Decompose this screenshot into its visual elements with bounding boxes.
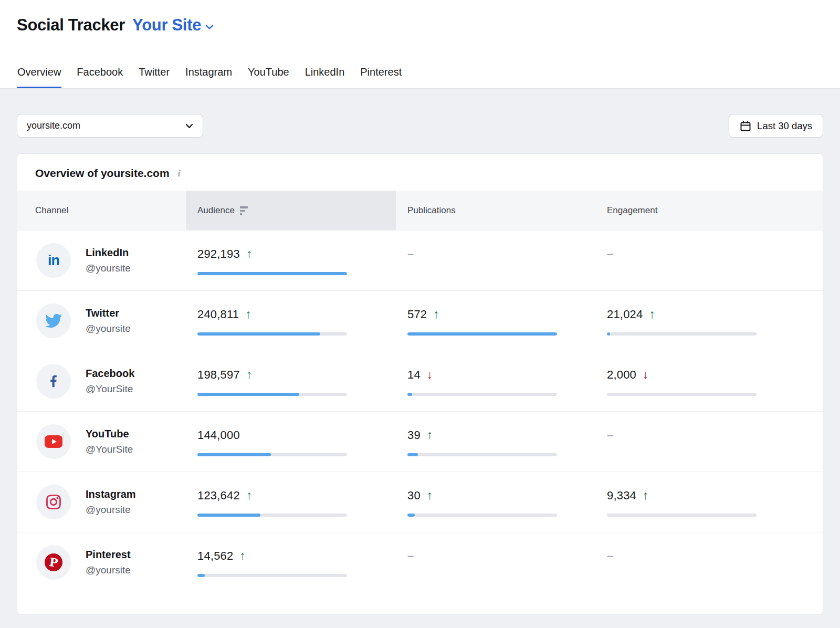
no-data-dash: – [607,428,613,442]
avatar [36,303,71,338]
twitter-icon [45,313,62,328]
channel-handle: @yoursite [86,263,131,274]
card-header: Overview of yoursite.com i [17,154,823,191]
publications-cell: 30 ↑ [396,472,595,532]
avatar: P [36,545,71,580]
column-header-audience[interactable]: Audience [186,191,396,230]
engagement-bar [607,332,757,336]
column-header-channel: Channel [17,191,186,230]
trend-down-icon: ↓ [427,369,433,381]
channel-name: YouTube [86,428,133,440]
channel-handle: @yoursite [86,564,131,576]
audience-value: 123,642 [197,489,240,503]
no-data-dash: – [607,549,613,563]
trend-up-icon: ↑ [427,489,433,501]
publications-cell: 572 ↑ [396,291,595,351]
table-header-row: Channel Audience Publications Engagement [17,191,823,230]
tab-facebook[interactable]: Facebook [76,62,123,88]
audience-bar [197,574,347,577]
publications-value: 14 [407,368,421,382]
overview-card: Overview of yoursite.com i Channel Audie… [17,153,823,615]
trend-down-icon: ↓ [643,369,649,381]
trend-up-icon: ↑ [246,489,253,501]
page-header: Social Tracker Your Site Overview Facebo… [0,0,840,89]
channel-cell[interactable]: Facebook @YourSite [17,351,186,411]
channel-cell[interactable]: Instagram @yoursite [17,472,186,532]
channel-name: Twitter [86,307,131,319]
chevron-down-icon [185,123,193,129]
column-header-engagement[interactable]: Engagement [595,191,823,230]
avatar [36,485,71,519]
audience-bar [197,393,347,396]
table-row-youtube: YouTube @YourSite 144,000 39 ↑ – [17,411,823,472]
domain-select[interactable]: yoursite.com [17,114,203,138]
no-data-dash: – [407,247,414,261]
tab-linkedin[interactable]: LinkedIn [304,62,345,88]
publications-cell: – [396,231,595,290]
tab-twitter[interactable]: Twitter [138,62,170,88]
card-bottom-padding [17,592,823,614]
date-range-button[interactable]: Last 30 days [729,114,823,138]
audience-cell: 14,562 ↑ [186,532,396,592]
tab-youtube[interactable]: YouTube [247,62,290,88]
trend-up-icon: ↑ [427,429,433,441]
publications-bar [407,514,557,517]
engagement-value: 9,334 [607,489,636,503]
column-header-publications[interactable]: Publications [396,191,595,230]
publications-bar [407,332,557,336]
audience-bar [197,453,347,456]
publications-value: 30 [407,489,421,503]
channel-cell[interactable]: YouTube @YourSite [17,412,186,472]
channel-name: Facebook [86,368,134,380]
channel-name: Pinterest [86,549,131,561]
channel-cell[interactable]: P Pinterest @yoursite [17,532,186,592]
audience-cell: 144,000 [186,412,396,472]
channel-handle: @yoursite [86,504,136,516]
chevron-down-icon [205,24,214,30]
audience-value: 144,000 [197,428,240,442]
engagement-bar [607,393,757,396]
engagement-cell: 21,024 ↑ [595,291,823,351]
trend-up-icon: ↑ [246,248,253,260]
publications-cell: 39 ↑ [396,412,595,472]
avatar [36,364,71,399]
tab-pinterest[interactable]: Pinterest [360,62,402,88]
audience-cell: 123,642 ↑ [186,472,396,532]
facebook-icon [46,373,61,389]
trend-up-icon: ↑ [649,308,656,320]
audience-bar [197,272,347,275]
trend-up-icon: ↑ [240,550,246,562]
engagement-cell: – [595,231,823,290]
info-icon[interactable]: i [176,168,183,179]
linkedin-icon: in [48,253,59,269]
card-title: Overview of yoursite.com [35,167,170,180]
no-data-dash: – [407,549,414,563]
channel-name: Instagram [86,488,136,500]
tab-overview[interactable]: Overview [17,62,61,88]
channel-name: LinkedIn [86,247,131,259]
table-row-twitter: Twitter @yoursite 240,811 ↑ 572 ↑ [17,290,823,351]
tab-instagram[interactable]: Instagram [185,62,233,88]
audience-cell: 198,597 ↑ [186,351,396,411]
channel-cell[interactable]: in LinkedIn @yoursite [17,231,186,290]
audience-cell: 292,193 ↑ [186,231,396,290]
table-row-instagram: Instagram @yoursite 123,642 ↑ 30 ↑ [17,472,823,532]
site-switcher[interactable]: Your Site [132,16,214,35]
trend-up-icon: ↑ [643,489,649,501]
engagement-cell: 9,334 ↑ [595,472,823,532]
trend-up-icon: ↑ [246,369,253,381]
audience-value: 292,193 [197,247,240,261]
youtube-icon [45,435,62,448]
column-header-audience-label: Audience [197,205,235,216]
main-content: yoursite.com Last 30 days Overview of yo… [0,89,840,615]
engagement-cell: – [595,412,823,472]
engagement-value: 21,024 [607,308,643,321]
instagram-icon [45,494,62,510]
date-range-label: Last 30 days [757,120,812,132]
channel-cell[interactable]: Twitter @yoursite [17,291,186,351]
audience-bar [197,514,347,517]
publications-value: 572 [407,308,427,321]
engagement-value: 2,000 [607,368,636,382]
audience-value: 14,562 [197,549,234,563]
publications-cell: – [396,532,595,592]
